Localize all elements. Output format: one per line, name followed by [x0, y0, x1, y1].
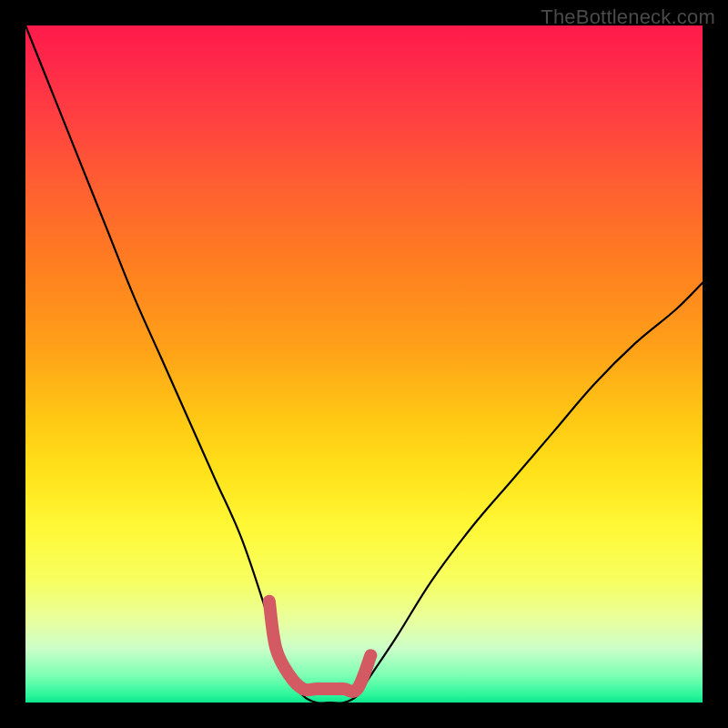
watermark-text: TheBottleneck.com — [541, 5, 715, 29]
chart-frame: TheBottleneck.com — [0, 0, 728, 728]
curve-layer — [25, 25, 703, 703]
optimal-zone-marker — [269, 602, 371, 692]
bottleneck-curve — [25, 25, 703, 703]
plot-area — [25, 25, 703, 703]
